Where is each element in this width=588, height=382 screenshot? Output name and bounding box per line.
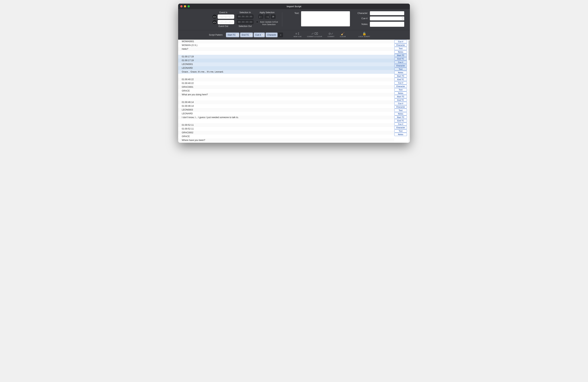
pattern-chip-cue[interactable]: Cue #× (254, 33, 265, 37)
line-tag-button[interactable]: Text (394, 109, 407, 112)
line-tag-button[interactable]: Start TC (394, 54, 407, 57)
line-tag-button[interactable]: Cue # (394, 81, 407, 84)
script-line[interactable]: 01:00:40:22 (178, 77, 394, 81)
vertical-scrollbar[interactable] (408, 40, 410, 143)
script-line[interactable]: WOMA0001 (178, 40, 394, 43)
close-window-button[interactable] (180, 5, 183, 7)
line-tag-button[interactable]: Text (394, 47, 407, 50)
line-tag-button[interactable]: Notes (394, 50, 407, 54)
pattern-chip-start-tc[interactable]: Start TC× (226, 33, 239, 37)
commit-and-clear-button[interactable]: ✓⌫ COMMIT & CLEAR (307, 32, 322, 38)
auto-update-checkbox[interactable] (256, 21, 258, 23)
text-field-group: Text: (286, 11, 350, 26)
line-tag-button[interactable]: End TC (394, 57, 407, 60)
script-line[interactable]: Grace... Grace, it's me... It's me, Leon… (178, 70, 394, 74)
clear-label: CLEAR (340, 36, 346, 38)
clear-button[interactable]: 🧹 CLEAR (340, 32, 346, 38)
add-pattern-chip-button[interactable]: + (278, 33, 283, 37)
script-line[interactable]: Hello? (178, 47, 394, 51)
event-out-field[interactable]: --:--:--:-- (218, 20, 234, 24)
line-tag-button[interactable]: Cue # (394, 122, 407, 126)
apply-selection-both-button[interactable]: ⟳ (271, 15, 275, 19)
script-line[interactable]: Where have you been? (178, 138, 394, 142)
chip-remove-icon[interactable]: × (261, 34, 264, 36)
cue-step-up[interactable]: ▲ (402, 17, 404, 19)
lock-script-button[interactable]: 🔓 LOCK SCRIPT (358, 32, 370, 38)
pattern-chips: Start TC× End TC× Cue #× Characte + (226, 33, 283, 37)
plus-icon: + (280, 33, 281, 36)
chip-remove-icon[interactable]: × (236, 34, 238, 36)
script-line[interactable]: I don't know, I... I guess I just needed… (178, 115, 394, 119)
script-line[interactable] (178, 51, 394, 55)
line-tag-button[interactable]: Character (394, 126, 407, 129)
event-in-field[interactable]: --:--:--:-- (218, 15, 234, 19)
character-input[interactable] (370, 11, 404, 15)
line-tag-button[interactable]: Text (394, 129, 407, 133)
selection-in-field[interactable]: 00:00:00:00 (237, 15, 253, 19)
chip-label: Characte (267, 34, 276, 36)
set-event-out-button[interactable]: ◂│▸ (212, 20, 216, 24)
script-line[interactable]: 01:00:52:11 (178, 123, 394, 127)
script-line[interactable]: GRACE (178, 89, 394, 93)
line-tag-button[interactable]: Text (394, 67, 407, 71)
apply-selection-in-button[interactable]: |← (258, 15, 263, 19)
pattern-chip-character[interactable]: Characte (266, 33, 278, 37)
command-bar: Script Pattern Start TC× End TC× Cue #× … (178, 30, 410, 40)
script-line[interactable]: 01:00:17:19 (178, 58, 394, 62)
script-line[interactable] (178, 119, 394, 123)
chip-remove-icon[interactable]: × (250, 34, 252, 36)
apply-selection-out-button[interactable]: →| (265, 15, 269, 19)
selection-out-field[interactable]: 00:00:00:00 (237, 20, 253, 24)
scrollbar-thumb[interactable] (409, 40, 410, 60)
line-tag-button[interactable]: Cue # (394, 102, 407, 105)
script-line[interactable]: LEONARD (178, 66, 394, 70)
script-line[interactable]: WOMAN (O.S.) (178, 43, 394, 47)
script-line[interactable]: GRAC0001 (178, 85, 394, 89)
new-cue-icon: ≡↥ (295, 32, 300, 35)
line-tag-button[interactable]: Cue # (394, 40, 407, 43)
right-fields-group: Character: Cue #: ▲ ▼ Notes: (355, 11, 404, 27)
line-tag-button[interactable]: Notes (394, 133, 407, 136)
script-line[interactable]: GRAC0002 (178, 131, 394, 134)
script-line[interactable]: LEON0001 (178, 62, 394, 66)
script-line[interactable]: LEONARD (178, 112, 394, 115)
line-tag-button[interactable]: Character (394, 64, 407, 67)
notes-input[interactable] (370, 22, 404, 27)
script-line[interactable]: 01:00:52:11 (178, 127, 394, 131)
commit-icon: ⊘✓ (328, 32, 334, 35)
line-tag-button[interactable]: Text (394, 88, 407, 91)
line-tag-button[interactable]: Start TC (394, 115, 407, 119)
script-line[interactable]: 01:00:17:19 (178, 55, 394, 58)
line-tag-button[interactable]: Notes (394, 92, 407, 95)
script-lines-column[interactable]: WOMA0001WOMAN (O.S.)Hello?01:00:17:1901:… (178, 40, 394, 143)
script-line[interactable]: 01:00:46:14 (178, 100, 394, 104)
zoom-window-button[interactable] (188, 5, 190, 7)
set-event-in-button[interactable]: ◂│▸ (212, 15, 216, 19)
cue-step-down[interactable]: ▼ (402, 19, 404, 20)
minimize-window-button[interactable] (184, 5, 186, 7)
script-line[interactable]: GRACE (178, 134, 394, 138)
script-line[interactable]: What are you doing here? (178, 93, 394, 96)
script-line[interactable] (178, 142, 394, 143)
commit-button[interactable]: ⊘✓ COMMIT (328, 32, 334, 38)
line-tag-button[interactable]: Cue # (394, 61, 407, 64)
line-tag-button[interactable]: Start TC (394, 74, 407, 77)
line-tag-button[interactable]: End TC (394, 98, 407, 102)
line-tag-button[interactable]: Character (394, 105, 407, 109)
text-input[interactable] (301, 11, 350, 26)
script-line[interactable] (178, 96, 394, 100)
script-line[interactable] (178, 74, 394, 77)
line-tag-button[interactable]: End TC (394, 119, 407, 122)
line-tag-button[interactable]: Notes (394, 112, 407, 115)
line-tag-button[interactable]: Notes (394, 71, 407, 74)
script-line[interactable]: LEON0003 (178, 108, 394, 112)
script-line[interactable]: 01:00:46:14 (178, 104, 394, 108)
script-line[interactable]: 01:00:40:22 (178, 81, 394, 85)
line-tag-button[interactable]: Character (394, 43, 407, 47)
cue-number-stepper[interactable]: ▲ ▼ (370, 17, 404, 20)
pattern-chip-end-tc[interactable]: End TC× (240, 33, 253, 37)
line-tag-button[interactable]: End TC (394, 78, 407, 81)
line-tag-button[interactable]: Start TC (394, 95, 407, 98)
new-cue-button[interactable]: ≡↥ NEW CUE (294, 32, 302, 38)
line-tag-button[interactable]: Character (394, 85, 407, 88)
